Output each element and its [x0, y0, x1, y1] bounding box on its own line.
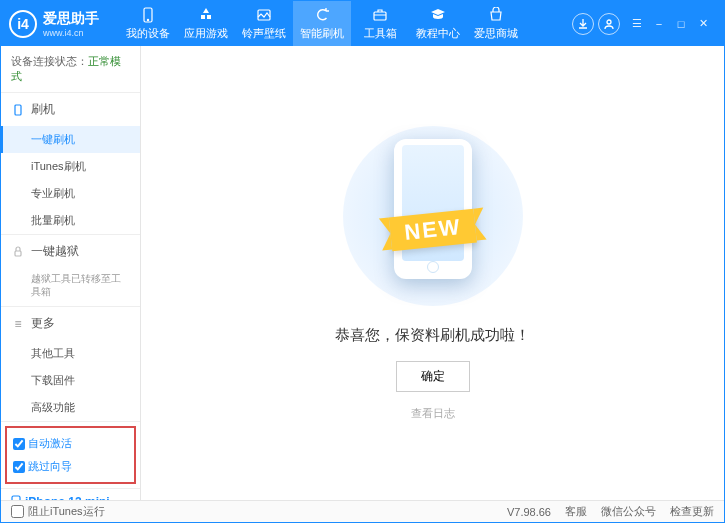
checkbox-label: 自动激活	[28, 436, 72, 451]
svg-rect-3	[374, 12, 386, 20]
sidebar: 设备连接状态：正常模式 刷机 一键刷机 iTunes刷机 专业刷机 批量刷机 一…	[1, 46, 141, 500]
toolbox-icon	[371, 6, 389, 24]
wechat-link[interactable]: 微信公众号	[601, 504, 656, 519]
status-label: 设备连接状态：	[11, 55, 88, 67]
footer: 阻止iTunes运行 V7.98.66 客服 微信公众号 检查更新	[1, 500, 724, 522]
sidebar-group-jailbreak[interactable]: 一键越狱	[1, 235, 140, 268]
store-icon	[487, 6, 505, 24]
checkbox-label: 阻止iTunes运行	[28, 504, 105, 519]
main-content: NEW 恭喜您，保资料刷机成功啦！ 确定 查看日志	[141, 46, 724, 500]
nav-label: 我的设备	[126, 26, 170, 41]
nav-label: 铃声壁纸	[242, 26, 286, 41]
svg-rect-6	[15, 251, 21, 256]
support-link[interactable]: 客服	[565, 504, 587, 519]
graduation-icon	[429, 6, 447, 24]
svg-rect-7	[12, 496, 20, 500]
nav-label: 爱思商城	[474, 26, 518, 41]
group-title: 刷机	[31, 101, 55, 118]
sidebar-item-batch[interactable]: 批量刷机	[1, 207, 140, 234]
nav-label: 智能刷机	[300, 26, 344, 41]
svg-point-1	[147, 19, 148, 20]
minimize-icon[interactable]: −	[652, 17, 666, 31]
top-nav: 我的设备 应用游戏 铃声壁纸 智能刷机 工具箱 教程中心 爱思商城	[119, 1, 568, 46]
nav-tutorial[interactable]: 教程中心	[409, 1, 467, 46]
nav-apps[interactable]: 应用游戏	[177, 1, 235, 46]
close-icon[interactable]: ✕	[696, 17, 710, 31]
sidebar-item-oneclick[interactable]: 一键刷机	[1, 126, 140, 153]
wallpaper-icon	[255, 6, 273, 24]
device-panel[interactable]: iPhone 12 mini 64GB Down-12mini-13,1	[1, 488, 140, 500]
sidebar-item-itunes[interactable]: iTunes刷机	[1, 153, 140, 180]
block-itunes-checkbox[interactable]: 阻止iTunes运行	[11, 504, 105, 519]
sidebar-item-firmware[interactable]: 下载固件	[1, 367, 140, 394]
nav-my-device[interactable]: 我的设备	[119, 1, 177, 46]
nav-flash[interactable]: 智能刷机	[293, 1, 351, 46]
jailbreak-note: 越狱工具已转移至工具箱	[1, 268, 140, 306]
apps-icon	[197, 6, 215, 24]
svg-rect-5	[15, 105, 21, 115]
download-button[interactable]	[572, 13, 594, 35]
phone-icon	[11, 495, 21, 500]
sidebar-group-flash[interactable]: 刷机	[1, 93, 140, 126]
checkbox-label: 跳过向导	[28, 459, 72, 474]
view-log-link[interactable]: 查看日志	[411, 406, 455, 421]
menu-icon: ≡	[11, 317, 25, 331]
version-label: V7.98.66	[507, 506, 551, 518]
window-controls: ☰ − □ ✕	[630, 17, 710, 31]
titlebar: i4 爱思助手 www.i4.cn 我的设备 应用游戏 铃声壁纸 智能刷机 工具…	[1, 1, 724, 46]
menu-icon[interactable]: ☰	[630, 17, 644, 31]
user-button[interactable]	[598, 13, 620, 35]
brand: i4 爱思助手 www.i4.cn	[9, 10, 99, 38]
ok-button[interactable]: 确定	[396, 361, 470, 392]
refresh-icon	[313, 6, 331, 24]
nav-label: 教程中心	[416, 26, 460, 41]
lock-icon	[11, 245, 25, 259]
group-title: 更多	[31, 315, 55, 332]
device-status: 设备连接状态：正常模式	[1, 46, 140, 93]
nav-ringtone[interactable]: 铃声壁纸	[235, 1, 293, 46]
device-name: iPhone 12 mini	[11, 495, 130, 500]
logo-icon: i4	[9, 10, 37, 38]
nav-label: 工具箱	[364, 26, 397, 41]
nav-toolbox[interactable]: 工具箱	[351, 1, 409, 46]
nav-label: 应用游戏	[184, 26, 228, 41]
maximize-icon[interactable]: □	[674, 17, 688, 31]
brand-url: www.i4.cn	[43, 28, 99, 38]
skip-guide-checkbox[interactable]: 跳过向导	[13, 459, 72, 474]
phone-icon	[11, 103, 25, 117]
phone-icon	[139, 6, 157, 24]
check-update-link[interactable]: 检查更新	[670, 504, 714, 519]
options-box: 自动激活 跳过向导	[5, 426, 136, 484]
sidebar-item-advanced[interactable]: 高级功能	[1, 394, 140, 421]
auto-activate-checkbox[interactable]: 自动激活	[13, 436, 72, 451]
sidebar-group-more[interactable]: ≡更多	[1, 307, 140, 340]
group-title: 一键越狱	[31, 243, 79, 260]
sidebar-item-other[interactable]: 其他工具	[1, 340, 140, 367]
success-message: 恭喜您，保资料刷机成功啦！	[335, 326, 530, 345]
svg-point-4	[607, 20, 611, 24]
sidebar-item-pro[interactable]: 专业刷机	[1, 180, 140, 207]
success-illustration: NEW	[343, 126, 523, 306]
nav-store[interactable]: 爱思商城	[467, 1, 525, 46]
phone-icon	[394, 139, 472, 279]
brand-name: 爱思助手	[43, 10, 99, 28]
